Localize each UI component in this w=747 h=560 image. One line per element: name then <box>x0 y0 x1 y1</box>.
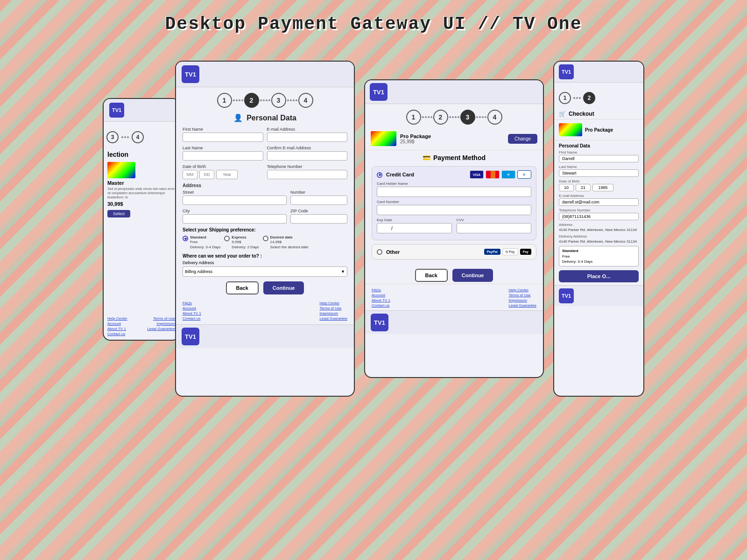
faqs-link[interactable]: FAQs <box>372 288 390 292</box>
dob-dd-input[interactable] <box>199 170 214 179</box>
first-name-input[interactable] <box>183 133 263 142</box>
zip-input[interactable] <box>290 214 347 224</box>
number-group: Number <box>290 190 347 205</box>
impressum-link[interactable]: Impressum <box>156 322 175 326</box>
legal-link[interactable]: Legal Guarantee <box>147 327 175 331</box>
card3-bottom-bar: TV1 <box>365 310 543 334</box>
cvv-input[interactable] <box>457 223 532 233</box>
terms-link[interactable]: Terms of Use <box>508 293 536 297</box>
personal-data-title: 👤 Personal Data <box>176 111 354 127</box>
chevron-down-icon: ▼ <box>341 269 345 274</box>
card1-steps: 3 4 <box>104 122 179 150</box>
first-name-value: Darrell <box>559 155 639 162</box>
city-input[interactable] <box>183 214 287 224</box>
step-4: 4 <box>487 110 502 125</box>
terms-link[interactable]: Terms of Use <box>319 306 347 310</box>
change-button[interactable]: Change <box>508 134 537 144</box>
delivery-address-select[interactable]: Billing Address ▼ <box>183 266 347 277</box>
contact-link[interactable]: Contact us <box>372 303 390 308</box>
zip-label: ZIP Code <box>290 209 347 213</box>
continue-button[interactable]: Continue <box>263 281 304 294</box>
email-input[interactable] <box>267 133 348 142</box>
other-radio[interactable] <box>377 249 382 255</box>
card2-steps: 1 2 3 4 <box>176 87 354 111</box>
about-link[interactable]: About TV 1 <box>107 327 126 331</box>
logo-tv1: TV1 <box>182 65 199 83</box>
legal-link[interactable]: Legal Guarantee <box>319 316 347 321</box>
person-icon: 👤 <box>233 113 243 122</box>
visa-icon: VISA <box>470 170 484 179</box>
phone-value: (08)871131436 <box>559 213 639 220</box>
last-name-group: Last Name <box>183 146 263 161</box>
bottom-logo: TV1 <box>371 314 388 331</box>
shipping-express-radio[interactable] <box>224 236 230 241</box>
card1-header: TV1 <box>104 99 179 122</box>
personal-data-form: First Name E-mail Address Last Name Conf… <box>176 127 354 277</box>
city-label: City <box>183 209 287 213</box>
help-link[interactable]: Help Center <box>319 301 347 305</box>
exp-date-input[interactable]: / <box>377 223 452 233</box>
contact-link[interactable]: Contact us <box>107 332 125 336</box>
mastercard-icon <box>486 170 500 179</box>
email-value: darrell.st@mail.com <box>559 198 639 206</box>
continue-button[interactable]: Continue <box>452 269 493 282</box>
phone-input[interactable] <box>267 170 348 179</box>
impressum-link[interactable]: Impressum <box>319 311 347 315</box>
step-3: 3 <box>106 131 119 143</box>
card3-buttons: Back Continue <box>365 269 543 282</box>
street-input[interactable] <box>183 196 287 205</box>
card-holder-label: Card Holder Name <box>377 182 531 186</box>
confirm-email-input[interactable] <box>267 151 348 161</box>
contact-link[interactable]: Contact us <box>183 316 201 321</box>
card4-package: Pro Package <box>554 119 643 140</box>
last-name-input[interactable] <box>183 151 263 161</box>
card-icons: VISA M D <box>470 170 531 179</box>
exp-date-label: Exp Date <box>377 218 452 222</box>
select-button[interactable]: Select <box>107 210 130 217</box>
exp-year-input[interactable] <box>395 226 404 231</box>
card-number-label: Card Number <box>377 200 531 204</box>
legal-link[interactable]: Legal Guarantee <box>508 303 536 308</box>
account-link[interactable]: Account <box>183 306 201 310</box>
last-name-label: Last Name <box>559 165 639 169</box>
shipping-express: Express 9,99$ Delivery: 2 Days <box>224 235 259 250</box>
last-name-label: Last Name <box>183 146 263 150</box>
impressum-link[interactable]: Impressum <box>508 298 536 302</box>
bottom-logo: TV1 <box>182 328 199 345</box>
card-holder-input[interactable] <box>377 187 531 197</box>
address-value: 4140 Parker Rd. Allentown, New Mexico 31… <box>559 227 639 232</box>
card1-footer: Help Center Terms of Use Account Impress… <box>104 316 179 336</box>
step-3: 3 <box>271 93 286 108</box>
package-row: Pro Package 25,99$ Change <box>365 127 543 150</box>
diners-icon: D <box>517 170 531 179</box>
number-input[interactable] <box>290 196 347 205</box>
about-link[interactable]: About TV 1 <box>372 298 390 302</box>
dob-mm-input[interactable] <box>183 170 197 179</box>
exp-month-input[interactable] <box>380 226 389 231</box>
about-link[interactable]: About TV 1 <box>183 311 201 315</box>
payment-icon: 💳 <box>423 154 430 161</box>
dob-year-input[interactable] <box>216 170 238 179</box>
card-number-input[interactable] <box>377 205 531 215</box>
terms-link[interactable]: Terms of Use <box>153 316 175 321</box>
step-4: 4 <box>298 93 313 108</box>
shipping-title: Select your Shipping preference: <box>183 227 347 232</box>
back-button[interactable]: Back <box>226 281 259 294</box>
shipping-desired-radio[interactable] <box>263 236 268 241</box>
delivery-section: Where can we send your order to? : Deliv… <box>183 253 347 277</box>
product-name: Master <box>107 180 175 186</box>
shipping-summary: Standard Free Delivery: 3-4 Days <box>559 246 639 266</box>
card-personal-data: TV1 1 2 3 <box>175 61 355 397</box>
place-order-button[interactable]: Place O... <box>559 270 639 282</box>
step-indicator: 3 4 <box>106 126 176 146</box>
credit-card-radio[interactable] <box>377 172 382 178</box>
account-link[interactable]: Account <box>372 293 390 297</box>
confirm-email-group: Confirm E-mail Address <box>267 146 348 161</box>
back-button[interactable]: Back <box>415 269 448 282</box>
shipping-standard-radio[interactable] <box>183 236 188 241</box>
step-2-active: 2 <box>244 93 259 108</box>
account-link[interactable]: Account <box>107 322 121 326</box>
faqs-link[interactable]: FAQs <box>183 301 201 305</box>
help-link[interactable]: Help Center <box>107 316 127 321</box>
help-link[interactable]: Help Center <box>508 288 536 292</box>
